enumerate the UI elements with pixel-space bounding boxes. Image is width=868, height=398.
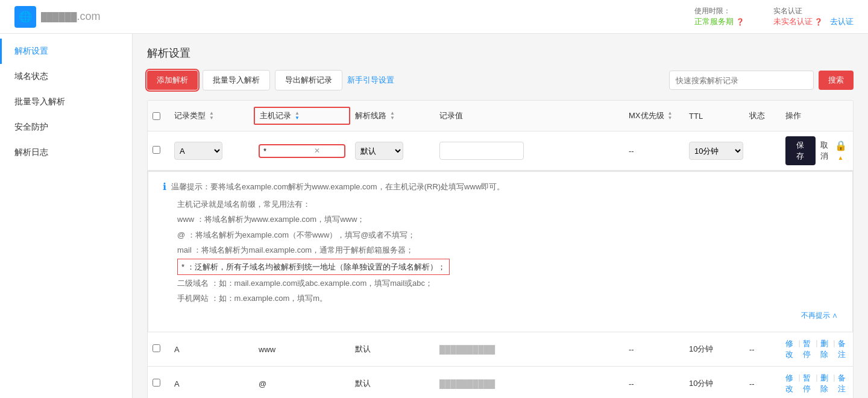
batch-import-button[interactable]: 批量导入解析 <box>203 70 270 90</box>
row2-ttl: 10分钟 <box>684 378 744 389</box>
row2-type: A <box>169 379 254 388</box>
col-ttl: TTL <box>684 112 744 121</box>
record-type-select[interactable]: A CNAME MX TXT NS AAAA <box>174 142 222 160</box>
hint-wildcard: * ：泛解析，所有子域名均被解析到统一地址（除单独设置的子域名解析）； <box>177 259 838 275</box>
sidebar-item-batch[interactable]: 批量导入解析 <box>0 89 132 115</box>
logo: 🌐 ██████.com <box>14 6 101 28</box>
row2-host: @ <box>254 379 350 388</box>
verify-link[interactable]: 去认证 <box>830 17 854 26</box>
add-row-checkbox[interactable] <box>153 146 160 154</box>
search-input[interactable] <box>669 71 814 90</box>
header-info: 使用时限： 正常服务期 ❓ 实名认证 未实名认证 ❓ 去认证 <box>694 6 854 27</box>
row1-status: -- <box>744 345 781 354</box>
col-line: 解析线路 ▲▼ <box>350 110 435 121</box>
host-sort-icon: ▲▼ <box>295 111 300 121</box>
row1-host: www <box>254 345 350 354</box>
guide-button[interactable]: 新手引导设置 <box>347 75 394 86</box>
row2-actions: 修改 | 暂停 | 删除 | 备注 <box>781 373 853 394</box>
main-content: 解析设置 添加解析 批量导入解析 导出解析记录 新手引导设置 搜索 记录类型 ▲… <box>133 34 868 398</box>
sidebar: 解析设置 域名状态 批量导入解析 安全防护 解析日志 <box>0 34 133 398</box>
table-header: 记录类型 ▲▼ 主机记录 ▲▼ 解析线路 ▲▼ 记录值 MX优先级 ▲▼ <box>148 101 853 131</box>
row1-note-link[interactable]: 备注 <box>838 338 848 360</box>
ttl-select[interactable]: 10分钟 30分钟 1小时 12小时 <box>689 142 743 160</box>
row1-mx: -- <box>624 345 684 354</box>
col-mx: MX优先级 ▲▼ <box>624 110 684 121</box>
add-record-button[interactable]: 添加解析 <box>147 71 198 90</box>
lock-icon-button[interactable]: 🔒▲ <box>833 140 848 162</box>
hint-subtitle: 主机记录就是域名前缀，常见用法有： <box>177 197 838 211</box>
sidebar-item-log[interactable]: 解析日志 <box>0 140 132 165</box>
host-clear-icon[interactable]: ✕ <box>314 147 320 155</box>
line-sort-icon: ▲▼ <box>390 111 395 121</box>
row2-checkbox <box>148 379 169 388</box>
select-all-checkbox[interactable] <box>153 112 160 120</box>
export-button[interactable]: 导出解析记录 <box>275 70 342 90</box>
search-area: 搜索 <box>669 71 854 90</box>
add-row-host-cell: ✕ <box>254 144 350 158</box>
col-type: 记录类型 ▲▼ <box>169 110 254 121</box>
add-row-actions-cell: 保存 取消 🔒▲ <box>781 136 853 165</box>
add-row-type-cell: A CNAME MX TXT NS AAAA <box>169 142 254 160</box>
row2-select-checkbox[interactable] <box>153 379 160 387</box>
host-input-wrap: ✕ <box>259 144 345 158</box>
col-host: 主机记录 ▲▼ <box>254 107 350 125</box>
row2-delete-link[interactable]: 删除 <box>820 373 831 394</box>
row1-checkbox <box>148 344 169 354</box>
verify-status: 未实名认证 <box>773 17 813 26</box>
row1-edit-link[interactable]: 修改 <box>785 338 796 360</box>
row2-mx: -- <box>624 379 684 388</box>
add-row-mx-cell: -- <box>624 147 684 156</box>
add-row-value-cell <box>435 142 624 160</box>
save-record-button[interactable]: 保存 <box>785 136 816 165</box>
hint-at: @ ：将域名解析为example.com（不带www），填写@或者不填写； <box>177 228 838 242</box>
mx-sort-icon: ▲▼ <box>668 111 673 121</box>
col-status: 状态 <box>744 110 781 121</box>
row1-line: 默认 <box>350 344 435 355</box>
hint-content: 主机记录就是域名前缀，常见用法有： www ：将域名解析为www.example… <box>163 197 838 322</box>
add-row-line-cell: 默认 电信 联通 移动 <box>350 142 435 160</box>
sidebar-item-status[interactable]: 域名状态 <box>0 64 132 89</box>
row2-status: -- <box>744 379 781 388</box>
cancel-record-button[interactable]: 取消 <box>818 140 831 162</box>
row1-type: A <box>169 345 254 354</box>
table-row: A @ 默认 ██████████ -- 10分钟 -- 修改 | 暂停 | 删… <box>148 367 853 398</box>
hint-tip-text: 温馨提示：要将域名example.com解析为www.example.com，在… <box>171 182 505 192</box>
add-row-ttl-cell: 10分钟 30分钟 1小时 12小时 <box>684 142 744 160</box>
record-value-input[interactable] <box>439 142 524 160</box>
sidebar-item-security[interactable]: 安全防护 <box>0 115 132 140</box>
row2-edit-link[interactable]: 修改 <box>785 373 796 394</box>
hint-mail: mail ：将域名解析为mail.example.com，通常用于解析邮箱服务器… <box>177 243 838 257</box>
info-icon: ℹ <box>163 181 166 192</box>
host-record-input[interactable] <box>263 147 312 156</box>
row2-note-link[interactable]: 备注 <box>838 373 848 394</box>
hint-mobile: 手机网站 ：如：m.example.com，填写m。 <box>177 291 838 305</box>
page-title: 解析设置 <box>147 46 854 60</box>
row1-select-checkbox[interactable] <box>153 344 160 352</box>
main-layout: 解析设置 域名状态 批量导入解析 安全防护 解析日志 解析设置 添加解析 批量导… <box>0 34 868 398</box>
line-select[interactable]: 默认 电信 联通 移动 <box>355 142 403 160</box>
sidebar-item-dns[interactable]: 解析设置 <box>0 39 132 64</box>
hint-www: www ：将域名解析为www.example.com，填写www； <box>177 212 838 226</box>
real-name-verify: 实名认证 未实名认证 ❓ 去认证 <box>773 6 854 27</box>
header: 🌐 ██████.com 使用时限： 正常服务期 ❓ 实名认证 未实名认证 ❓ … <box>0 0 868 34</box>
row2-pause-link[interactable]: 暂停 <box>803 373 813 394</box>
row1-delete-link[interactable]: 删除 <box>820 338 831 360</box>
no-tip-button[interactable]: 不再提示 ∧ <box>801 309 838 323</box>
row2-value: ██████████ <box>435 379 624 388</box>
add-row-checkbox-cell <box>148 146 169 156</box>
service-hint: ❓ <box>736 18 744 25</box>
hint-box: ℹ 温馨提示：要将域名example.com解析为www.example.com… <box>148 171 853 332</box>
row1-actions: 修改 | 暂停 | 删除 | 备注 <box>781 338 853 360</box>
table-row: A www 默认 ██████████ -- 10分钟 -- 修改 | 暂停 |… <box>148 332 853 367</box>
service-period: 使用时限： 正常服务期 ❓ <box>694 6 744 27</box>
row1-pause-link[interactable]: 暂停 <box>803 338 813 360</box>
add-record-row: A CNAME MX TXT NS AAAA ✕ <box>148 131 853 171</box>
dns-table: 记录类型 ▲▼ 主机记录 ▲▼ 解析线路 ▲▼ 记录值 MX优先级 ▲▼ <box>147 100 854 398</box>
search-button[interactable]: 搜索 <box>819 71 854 90</box>
logo-icon: 🌐 <box>14 6 36 28</box>
row1-value: ██████████ <box>435 345 624 354</box>
toolbar: 添加解析 批量导入解析 导出解析记录 新手引导设置 搜索 <box>147 70 854 90</box>
row1-ttl: 10分钟 <box>684 344 744 355</box>
hint-subdomain: 二级域名 ：如：mail.example.com或abc.example.com… <box>177 276 838 290</box>
hint-wildcard-highlight: * ：泛解析，所有子域名均被解析到统一地址（除单独设置的子域名解析）； <box>177 259 450 275</box>
